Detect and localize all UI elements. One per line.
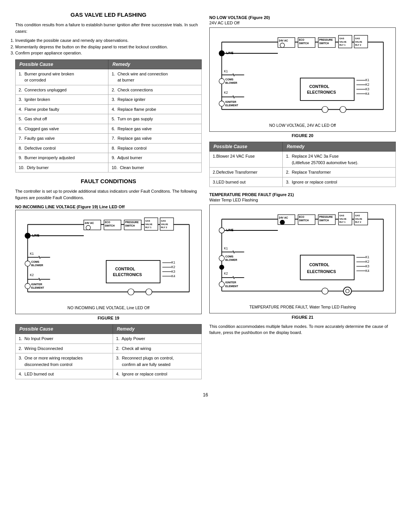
table-row: 1. No Input Power1. Apply Power xyxy=(16,334,202,344)
table-cell: 9. Adjust burner xyxy=(108,153,202,163)
fig19-caption: NO INCOMING LINE VOLTAGE, Line LED Off xyxy=(19,305,198,310)
svg-point-107 xyxy=(340,106,346,113)
svg-text:SWITCH: SWITCH xyxy=(319,42,329,45)
table-cell: 10. Clean burner xyxy=(108,163,202,173)
fig21-heading: TEMPERATURE PROBE FAULT (Figure 21) xyxy=(209,192,396,197)
table-row: 2.Defective Transformer2. Replace Transf… xyxy=(210,168,396,177)
table-cell: 4. Replace flame probe xyxy=(108,104,202,114)
svg-text:SWITCH: SWITCH xyxy=(299,219,309,222)
table-row: 2. Connectors unplugged2. Check connecti… xyxy=(16,85,202,95)
fault-section: FAULT CONDITIONS The controller is set u… xyxy=(15,178,202,379)
svg-text:VALVE: VALVE xyxy=(339,218,347,220)
svg-text:ELEMENT: ELEMENT xyxy=(225,285,238,288)
table-cell: 2.Defective Transformer xyxy=(210,168,283,177)
svg-text:COMS: COMS xyxy=(225,78,234,81)
step-2: Momentarily depress the button on the di… xyxy=(15,44,202,50)
svg-text:K1: K1 xyxy=(365,256,370,259)
svg-text:ELEMENT: ELEMENT xyxy=(225,104,238,107)
svg-point-131 xyxy=(219,228,225,233)
svg-text:ELECTRONICS: ELECTRONICS xyxy=(307,90,336,94)
svg-text:PRESSURE: PRESSURE xyxy=(319,216,333,218)
svg-text:GAS: GAS xyxy=(355,214,360,217)
svg-text:BLOWER: BLOWER xyxy=(225,81,237,85)
fig20-heading: NO LOW VOLTAGE (Figure 20) xyxy=(209,15,396,20)
svg-text:CONTROL: CONTROL xyxy=(309,84,330,89)
table-row: 10. Dirty burner10. Clean burner xyxy=(16,163,202,173)
svg-text:RLY 1: RLY 1 xyxy=(145,226,152,228)
fig21-caption: TEMPERATURE PROBE FAULT, Water Temp LED … xyxy=(213,305,392,309)
table-cell: 1. Replace 24 VAC 3a Fuse (Littlefuse 25… xyxy=(283,152,396,168)
svg-text:ECO: ECO xyxy=(299,216,304,218)
svg-text:BLOWER: BLOWER xyxy=(225,259,237,261)
svg-point-114 xyxy=(280,220,285,225)
svg-text:SWITCH: SWITCH xyxy=(299,42,309,45)
svg-text:K1: K1 xyxy=(171,261,175,264)
table-row: 3. Igniter broken3. Replace igniter xyxy=(16,95,202,105)
svg-point-160 xyxy=(220,265,224,270)
svg-text:PRESSURE: PRESSURE xyxy=(319,38,333,41)
table-row: 3.LED burned out3. Ignore or replace con… xyxy=(210,177,396,187)
figure19-label: FIGURE 19 xyxy=(15,316,202,320)
svg-point-23 xyxy=(25,233,30,238)
fault-intro: The controller is set up to provide addi… xyxy=(15,188,202,201)
svg-point-106 xyxy=(322,106,328,113)
svg-point-90 xyxy=(219,101,225,106)
table-row: 8. Defective control8. Replace control xyxy=(16,143,202,153)
table-row: 3. One or more wiring receptacles discon… xyxy=(16,353,202,369)
table-cell: 1. Burner ground wire broken or corroded xyxy=(16,69,108,85)
page-number: 16 xyxy=(15,392,396,398)
svg-rect-40 xyxy=(106,260,160,283)
svg-point-163 xyxy=(346,289,349,293)
svg-text:K1: K1 xyxy=(30,252,34,256)
svg-text:K2: K2 xyxy=(365,260,370,264)
svg-text:K2: K2 xyxy=(171,265,175,269)
svg-text:24V AC: 24V AC xyxy=(279,216,288,219)
table-cell: 8. Replace control xyxy=(108,143,202,153)
svg-text:ELECTRONICS: ELECTRONICS xyxy=(307,269,336,274)
svg-text:VALVE: VALVE xyxy=(339,41,347,43)
svg-text:K3: K3 xyxy=(365,88,370,91)
svg-point-83 xyxy=(219,78,225,84)
svg-text:PRESSURE: PRESSURE xyxy=(125,221,139,224)
svg-point-36 xyxy=(25,283,30,289)
svg-text:GAS: GAS xyxy=(355,37,360,40)
gas-valve-table: Possible Cause Remedy 1. Burner ground w… xyxy=(15,59,202,173)
table-row: 6. Clogged gas valve6. Replace gas valve xyxy=(16,124,202,134)
svg-text:K1: K1 xyxy=(224,247,228,250)
svg-text:24V AC: 24V AC xyxy=(279,39,288,42)
svg-text:IGNITER: IGNITER xyxy=(31,283,42,286)
fig19-heading: NO INCOMING LINE VOLTAGE (Figure 19) Lin… xyxy=(15,204,202,209)
svg-text:RLY 2: RLY 2 xyxy=(355,221,362,223)
page-container: GAS VALVE LED FLASHING This condition re… xyxy=(15,11,396,398)
svg-text:COMS: COMS xyxy=(225,255,233,258)
fig21-closing: This condition accommodates multiple fai… xyxy=(209,323,396,336)
table-cell: 1.Blower 24 VAC Fuse xyxy=(210,152,283,168)
fig19-heading-bold: NO INCOMING LINE VOLTAGE (Figure 19) xyxy=(15,204,98,209)
svg-text:VALVE: VALVE xyxy=(145,223,153,225)
svg-text:K4: K4 xyxy=(365,92,370,96)
svg-text:ELECTRONICS: ELECTRONICS xyxy=(113,272,142,277)
table-cell: 5. Turn on gas supply xyxy=(108,114,202,124)
svg-text:VALVE: VALVE xyxy=(161,223,168,225)
table-cell: 1. Check wire and connection at burner xyxy=(108,69,202,85)
fig21-section: TEMPERATURE PROBE FAULT (Figure 21) Wate… xyxy=(209,192,396,336)
svg-rect-148 xyxy=(300,255,354,280)
fig21-subheading: Water Temp LED Flashing xyxy=(209,198,396,202)
svg-text:24V AC: 24V AC xyxy=(84,222,94,225)
table-cell: 4. Ignore or replace control xyxy=(113,369,201,379)
table-cell: 4. Flame probe faulty xyxy=(16,104,108,114)
table-cell: 4. LED burned out xyxy=(16,369,113,379)
svg-text:CONTROL: CONTROL xyxy=(115,267,135,271)
table-cell: 2. Check all wiring xyxy=(113,343,201,353)
table-row: 1.Blower 24 VAC Fuse1. Replace 24 VAC 3a… xyxy=(210,152,396,168)
table-cell: 3. One or more wiring receptacles discon… xyxy=(16,353,113,369)
left-column: GAS VALVE LED FLASHING This condition re… xyxy=(15,11,202,385)
svg-text:ELEMENT: ELEMENT xyxy=(31,286,44,289)
circuit-fig21: K3 K4 24V AC ECO SWITCH PRESSURE xyxy=(209,204,396,313)
gas-valve-table-col2-header: Remedy xyxy=(108,59,202,69)
main-two-col: GAS VALVE LED FLASHING This condition re… xyxy=(15,11,396,385)
svg-text:SWITCH: SWITCH xyxy=(105,224,115,227)
fault-title: FAULT CONDITIONS xyxy=(15,178,202,184)
svg-text:BLOWER: BLOWER xyxy=(31,264,43,267)
table-cell: 7. Replace gas valve xyxy=(108,134,202,144)
